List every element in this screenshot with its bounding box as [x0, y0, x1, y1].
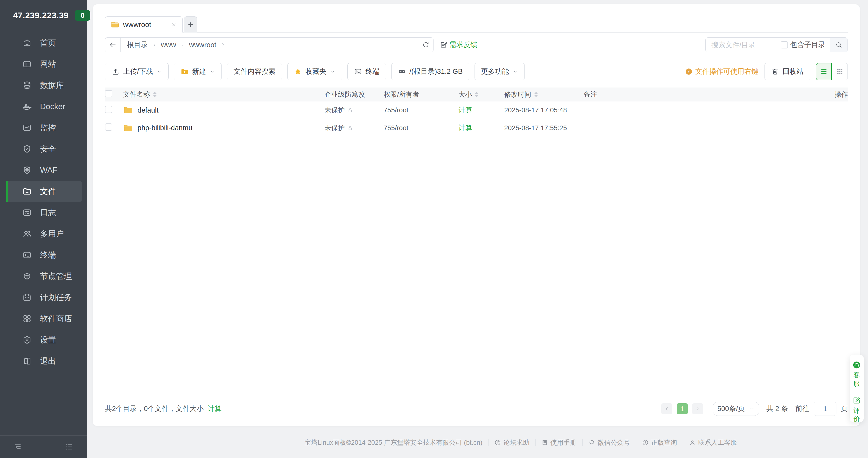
- toolbar-button[interactable]: 上传/下载: [105, 63, 168, 80]
- toolbar-button[interactable]: 终端: [347, 63, 386, 80]
- calc-total-size-link[interactable]: 计算: [208, 405, 221, 413]
- row-checkbox[interactable]: [105, 106, 112, 113]
- footer-link[interactable]: 联系人工客服: [677, 438, 737, 447]
- include-subdir-checkbox[interactable]: [781, 41, 788, 48]
- lock-open-icon[interactable]: [346, 125, 353, 131]
- page-size-select[interactable]: 500条/页: [713, 402, 759, 416]
- breadcrumb-item[interactable]: wwwroot: [189, 41, 229, 49]
- tab-bar: wwwroot: [105, 17, 848, 33]
- toolbar-button[interactable]: 收藏夹: [287, 63, 342, 80]
- name-cell[interactable]: php-bilibili-danmu: [123, 119, 324, 137]
- recycle-bin-button[interactable]: 回收站: [765, 63, 810, 80]
- toolbar-button-label: /(根目录)31.2 GB: [409, 67, 463, 76]
- include-subdir-option[interactable]: 包含子目录: [778, 40, 825, 50]
- sidebar-item-label: 设置: [40, 335, 56, 346]
- sidebar-item-icon: [22, 102, 32, 111]
- file-name: default: [137, 106, 158, 114]
- column-label: 企业级防篡改: [324, 90, 365, 99]
- toolbar-button[interactable]: /(根目录)31.2 GB: [391, 63, 469, 80]
- footer-link[interactable]: 论坛求助: [483, 438, 530, 447]
- sort-icon[interactable]: [534, 92, 538, 97]
- footer-link[interactable]: 使用手册: [530, 438, 577, 447]
- tab-wwwroot[interactable]: wwwroot: [105, 17, 183, 33]
- next-page-button[interactable]: [692, 403, 703, 414]
- toolbar-button-label: 文件内容搜索: [234, 67, 276, 76]
- customer-service-button[interactable]: 客服: [852, 361, 861, 387]
- sort-icon[interactable]: [153, 92, 157, 97]
- prev-page-button[interactable]: [661, 403, 672, 414]
- sidebar-item[interactable]: 监控: [6, 117, 82, 138]
- refresh-button[interactable]: [418, 38, 433, 52]
- table-header-cell[interactable]: 大小: [458, 88, 504, 101]
- sort-icon[interactable]: [475, 92, 478, 97]
- row-checkbox-cell: [105, 119, 123, 137]
- back-button[interactable]: [105, 38, 121, 52]
- footer-link[interactable]: 正版查询: [630, 438, 677, 447]
- table-row[interactable]: default 未保护 755/root 计算 2: [105, 101, 848, 119]
- sidebar-item[interactable]: 网站: [6, 54, 82, 75]
- sidebar-item[interactable]: 数据库: [6, 75, 82, 96]
- table-header-cell[interactable]: 修改时间: [504, 88, 584, 101]
- row-checkbox-cell: [105, 101, 123, 119]
- name-cell[interactable]: default: [123, 101, 324, 119]
- search-button[interactable]: [830, 38, 847, 52]
- table-header-cell[interactable]: 企业级防篡改: [324, 88, 383, 101]
- sidebar-item[interactable]: 节点管理: [6, 266, 82, 287]
- menu-list-icon[interactable]: [65, 443, 73, 451]
- select-all-checkbox[interactable]: [105, 90, 112, 97]
- footer-link[interactable]: 微信公众号: [577, 438, 630, 447]
- folder-icon: [111, 20, 119, 29]
- include-subdir-label: 包含子目录: [790, 40, 825, 50]
- column-label: 权限/所有者: [383, 90, 419, 99]
- toolbar-button-label: 终端: [366, 67, 379, 76]
- toolbar-button-icon: [112, 67, 120, 76]
- sidebar-item[interactable]: 计划任务: [6, 287, 82, 308]
- toolbar-button[interactable]: 新建: [174, 63, 222, 80]
- sidebar-item[interactable]: Docker: [6, 96, 82, 117]
- permission-cell: 755/root: [383, 119, 458, 137]
- refresh-icon: [422, 41, 430, 49]
- feedback-label: 需求反馈: [450, 40, 477, 50]
- goto-page-input[interactable]: [814, 402, 836, 416]
- footer-link-label: 论坛求助: [503, 438, 530, 447]
- table-header-cell[interactable]: 操作: [831, 88, 848, 101]
- list-view-button[interactable]: [816, 63, 832, 80]
- sidebar-item[interactable]: 安全: [6, 138, 82, 160]
- sidebar-item[interactable]: 软件商店: [6, 308, 82, 329]
- footer-link-icon: [689, 439, 696, 446]
- sidebar-item[interactable]: 文件: [6, 181, 82, 202]
- rate-button[interactable]: 评价: [852, 396, 861, 423]
- table-header-cell[interactable]: 权限/所有者: [383, 88, 458, 101]
- sidebar-item[interactable]: 退出: [6, 351, 82, 372]
- sidebar-item[interactable]: 日志: [6, 202, 82, 223]
- current-page-button[interactable]: 1: [677, 403, 688, 414]
- chevron-down-icon: [330, 69, 336, 74]
- row-checkbox[interactable]: [105, 123, 112, 131]
- feedback-link[interactable]: 需求反馈: [440, 40, 477, 50]
- add-tab-button[interactable]: [184, 17, 197, 33]
- copyright-bar: 宝塔Linux面板©2014-2025 广东堡塔安全技术有限公司 (bt.cn)…: [174, 438, 868, 447]
- toolbar-button[interactable]: 文件内容搜索: [227, 63, 282, 80]
- toolbar-button-label: 收藏夹: [305, 67, 327, 76]
- sidebar-item[interactable]: 首页: [6, 32, 82, 54]
- search-input[interactable]: [706, 41, 778, 49]
- chevron-right-icon: [695, 406, 700, 412]
- table-header-cell[interactable]: 文件名称: [123, 88, 324, 101]
- calc-size-link[interactable]: 计算: [458, 106, 472, 114]
- sidebar-item[interactable]: 设置: [6, 329, 82, 351]
- collapse-sidebar-icon[interactable]: [13, 443, 22, 451]
- sidebar-item[interactable]: 终端: [6, 244, 82, 266]
- sidebar-item[interactable]: WAF: [6, 160, 82, 181]
- breadcrumb-item[interactable]: 根目录: [127, 40, 161, 50]
- close-tab-icon[interactable]: [171, 22, 177, 28]
- table-header-cell[interactable]: 备注: [584, 88, 831, 101]
- sidebar-item-icon: [22, 335, 32, 345]
- table-row[interactable]: php-bilibili-danmu 未保护 755/root 计算: [105, 119, 848, 137]
- breadcrumb-item[interactable]: www: [161, 41, 189, 49]
- calc-size-link[interactable]: 计算: [458, 124, 472, 132]
- sidebar-item[interactable]: 多用户: [6, 223, 82, 244]
- rate-label: 评价: [853, 407, 860, 423]
- lock-open-icon[interactable]: [346, 107, 353, 113]
- grid-view-button[interactable]: [832, 63, 848, 80]
- toolbar-button[interactable]: 更多功能: [474, 63, 525, 80]
